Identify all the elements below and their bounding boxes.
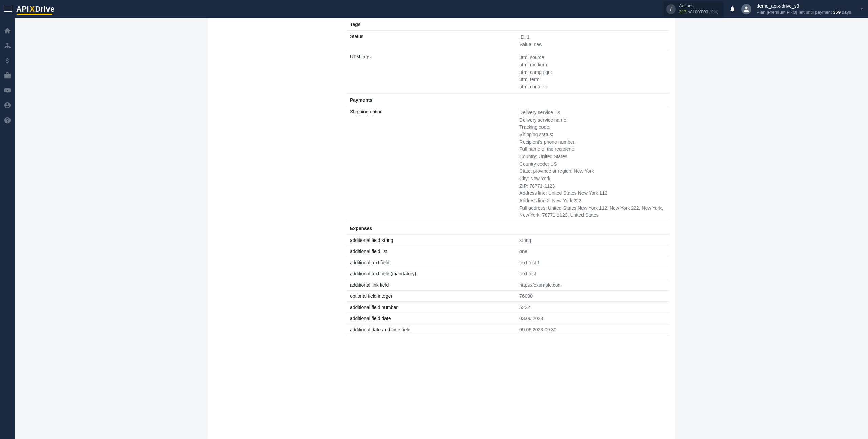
row-label: additional field number bbox=[347, 302, 516, 313]
notifications-icon[interactable] bbox=[729, 6, 736, 13]
table-row: Payments bbox=[347, 93, 669, 106]
avatar[interactable] bbox=[741, 4, 751, 14]
table-row: Shipping option Delivery service ID: Del… bbox=[347, 106, 669, 222]
table-row: additional text field (mandatory)text te… bbox=[347, 268, 669, 279]
row-value: one bbox=[516, 246, 669, 257]
section-tags: Tags bbox=[347, 18, 669, 31]
section-expenses: Expenses bbox=[347, 222, 669, 235]
section-payments: Payments bbox=[347, 93, 669, 106]
row-value: 03.06.2023 bbox=[516, 313, 669, 324]
home-icon[interactable] bbox=[4, 27, 11, 35]
svg-rect-1 bbox=[5, 47, 6, 48]
svg-rect-2 bbox=[7, 47, 8, 48]
main-content: Tags Status ID: 1 Value: new UTM tags ut… bbox=[15, 18, 868, 439]
dollar-icon[interactable] bbox=[4, 57, 11, 64]
sitemap-icon[interactable] bbox=[4, 42, 11, 49]
topbar: APIXDrive i Actions: 217 of 100'000 (0%)… bbox=[0, 0, 868, 18]
actions-count: 217 bbox=[679, 9, 687, 14]
table-row: additional text fieldtext test 1 bbox=[347, 257, 669, 268]
row-label: additional link field bbox=[347, 279, 516, 291]
data-table: Tags Status ID: 1 Value: new UTM tags ut… bbox=[347, 18, 669, 335]
table-row: additional link fieldhttps://example.com bbox=[347, 279, 669, 291]
table-row: additional field stringstring bbox=[347, 235, 669, 246]
row-label: additional text field (mandatory) bbox=[347, 268, 516, 279]
table-row: additional field number5222 bbox=[347, 302, 669, 313]
table-row: Status ID: 1 Value: new bbox=[347, 31, 669, 51]
actions-of: of bbox=[687, 9, 693, 14]
table-row: UTM tags utm_source: utm_medium: utm_cam… bbox=[347, 51, 669, 93]
youtube-icon[interactable] bbox=[4, 87, 11, 94]
help-icon[interactable] bbox=[4, 117, 11, 124]
row-value: text test 1 bbox=[516, 257, 669, 268]
actions-counter[interactable]: i Actions: 217 of 100'000 (0%) bbox=[664, 1, 724, 17]
table-row: optional field integer76000 bbox=[347, 291, 669, 302]
sidebar bbox=[0, 18, 15, 439]
actions-pct: (0%) bbox=[708, 9, 718, 14]
data-card: Tags Status ID: 1 Value: new UTM tags ut… bbox=[208, 18, 675, 439]
row-value: text test bbox=[516, 268, 669, 279]
row-value: ID: 1 Value: new bbox=[516, 31, 669, 51]
menu-toggle[interactable] bbox=[4, 5, 12, 13]
info-icon: i bbox=[666, 4, 676, 14]
row-label: Shipping option bbox=[347, 106, 516, 222]
table-row: additional date and time field09.06.2023… bbox=[347, 324, 669, 335]
row-label: Status bbox=[347, 31, 516, 51]
row-value: string bbox=[516, 235, 669, 246]
row-label: additional field list bbox=[347, 246, 516, 257]
row-label: optional field integer bbox=[347, 291, 516, 302]
row-value: utm_source: utm_medium: utm_campaign: ut… bbox=[516, 51, 669, 93]
row-value: Delivery service ID: Delivery service na… bbox=[516, 106, 669, 222]
user-info[interactable]: demo_apix-drive_s3 Plan |Premium PRO| le… bbox=[757, 3, 851, 15]
actions-total: 100'000 bbox=[693, 9, 708, 14]
table-row: additional field listone bbox=[347, 246, 669, 257]
row-value: 76000 bbox=[516, 291, 669, 302]
svg-rect-0 bbox=[6, 43, 8, 45]
actions-label: Actions: bbox=[679, 3, 719, 9]
logo[interactable]: APIXDrive bbox=[16, 5, 55, 14]
row-value: https://example.com bbox=[516, 279, 669, 291]
row-label: additional field date bbox=[347, 313, 516, 324]
table-row: Expenses bbox=[347, 222, 669, 235]
row-value: 5222 bbox=[516, 302, 669, 313]
row-value: 09.06.2023 09:30 bbox=[516, 324, 669, 335]
chevron-down-icon[interactable] bbox=[859, 7, 864, 12]
row-label: UTM tags bbox=[347, 51, 516, 93]
briefcase-icon[interactable] bbox=[4, 72, 11, 79]
table-row: additional field date03.06.2023 bbox=[347, 313, 669, 324]
user-name: demo_apix-drive_s3 bbox=[757, 3, 851, 9]
row-label: additional field string bbox=[347, 235, 516, 246]
row-label: additional date and time field bbox=[347, 324, 516, 335]
user-plan: Plan |Premium PRO| left until payment 35… bbox=[757, 9, 851, 15]
user-icon[interactable] bbox=[4, 102, 11, 109]
table-row: Tags bbox=[347, 18, 669, 31]
svg-rect-3 bbox=[9, 47, 11, 48]
row-label: additional text field bbox=[347, 257, 516, 268]
